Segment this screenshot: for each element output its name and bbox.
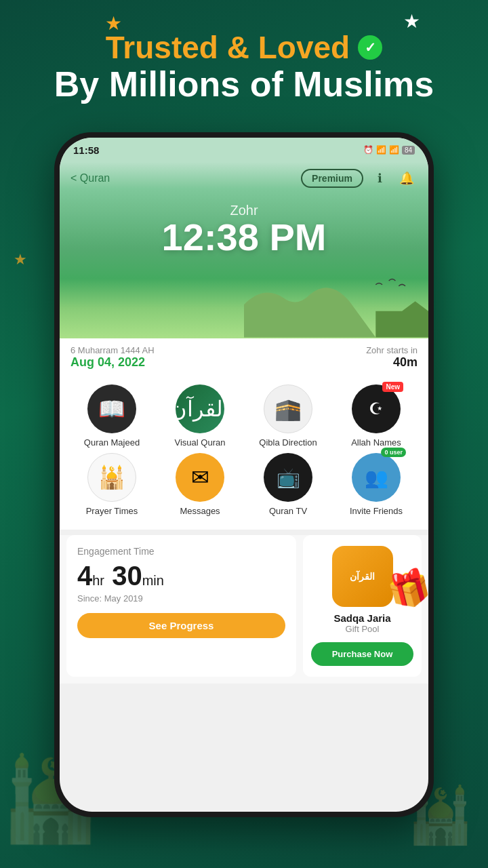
engagement-title: Engagement Time — [77, 546, 285, 557]
header-section: Trusted & Loved ✓ By Millions of Muslims — [0, 31, 488, 104]
status-time: 11:58 — [73, 144, 99, 156]
since-label: Since: May 2019 — [77, 593, 285, 604]
grid-item-quran-tv[interactable]: 📺 Quran TV — [249, 453, 327, 516]
millions-line: By Millions of Muslims — [0, 65, 488, 104]
info-icon: ℹ — [378, 171, 382, 186]
date-bar: 6 Muharram 1444 AH Aug 04, 2022 Zohr sta… — [60, 338, 428, 376]
allah-names-label: Allah Names — [351, 437, 401, 448]
phone-inner: 11:58 ⏰ 📶 📶 84 < Quran Premium ℹ 🔔 — [60, 138, 428, 812]
prayer-time: 12:38 PM — [70, 218, 418, 256]
sadqa-title: Sadqa Jaria — [333, 612, 390, 624]
invite-friends-icon: 👥 0 user — [352, 453, 401, 502]
zohr-countdown: 40m — [366, 355, 418, 370]
header-actions: Premium ℹ 🔔 — [301, 167, 418, 189]
hr-unit: hr — [92, 573, 104, 588]
signal-icon: 📶 — [389, 145, 399, 155]
info-button[interactable]: ℹ — [369, 167, 390, 189]
trusted-line: Trusted & Loved ✓ — [0, 31, 488, 65]
sadqa-subtitle: Gift Pool — [346, 624, 380, 634]
qibla-label: Qibla Direction — [259, 437, 317, 448]
quran-tv-label: Quran TV — [269, 506, 307, 516]
zohr-label: Zohr starts in — [366, 345, 418, 355]
visual-quran-icon: القرآن — [176, 384, 224, 433]
status-bar: 11:58 ⏰ 📶 📶 84 — [60, 138, 428, 162]
prayer-times-label: Prayer Times — [86, 506, 138, 516]
star-mid-icon: ★ — [14, 251, 27, 269]
visual-quran-label: Visual Quran — [175, 437, 226, 448]
quran-majeed-label: Quran Majeed — [84, 437, 140, 448]
back-navigation[interactable]: < Quran — [70, 172, 110, 184]
gregorian-date: Aug 04, 2022 — [70, 355, 155, 370]
hero-landscape — [60, 271, 428, 338]
user-badge: 0 user — [381, 448, 406, 457]
battery-icon: 84 — [402, 146, 415, 155]
grid-item-visual-quran[interactable]: القرآن Visual Quran — [161, 384, 239, 448]
phone-mockup: 11:58 ⏰ 📶 📶 84 < Quran Premium ℹ 🔔 — [54, 132, 434, 817]
wifi-icon: 📶 — [376, 145, 386, 155]
app-header: < Quran Premium ℹ 🔔 — [60, 162, 428, 189]
bell-button[interactable]: 🔔 — [396, 167, 418, 189]
minutes-value: 30 — [112, 561, 142, 591]
engagement-card: Engagement Time 4hr 30min Since: May 201… — [66, 535, 296, 677]
grid-item-invite-friends[interactable]: 👥 0 user Invite Friends — [338, 453, 415, 516]
star-right-icon: ★ — [403, 10, 420, 33]
sadqa-logo-text: القرآن — [350, 571, 375, 583]
status-icons: ⏰ 📶 📶 84 — [363, 145, 415, 155]
premium-button[interactable]: Premium — [301, 169, 363, 188]
engagement-section: Engagement Time 4hr 30min Since: May 201… — [60, 535, 428, 684]
purchase-now-button[interactable]: Purchase Now — [311, 642, 413, 666]
alarm-icon: ⏰ — [363, 145, 373, 155]
prayer-times-icon: 🕌 — [87, 453, 136, 502]
see-progress-button[interactable]: See Progress — [77, 613, 285, 638]
qibla-icon: 🕋 — [264, 384, 312, 433]
grid-item-qibla[interactable]: 🕋 Qibla Direction — [249, 384, 327, 448]
grid-item-quran-majeed[interactable]: 📖 Quran Majeed — [73, 384, 151, 448]
check-badge-icon: ✓ — [358, 35, 382, 60]
new-badge: New — [382, 382, 403, 392]
messages-icon: ✉ — [176, 453, 224, 502]
grid-item-messages[interactable]: ✉ Messages — [161, 453, 239, 516]
grid-row-2: 🕌 Prayer Times ✉ Messages 📺 Quran TV — [68, 453, 420, 516]
back-label[interactable]: < Quran — [70, 172, 110, 184]
messages-label: Messages — [180, 506, 220, 516]
quran-majeed-icon: 📖 — [87, 384, 136, 433]
invite-friends-label: Invite Friends — [350, 506, 403, 516]
allah-names-icon: ☪ New — [352, 384, 401, 433]
zohr-starts-section: Zohr starts in 40m — [366, 345, 418, 370]
engagement-time: 4hr 30min — [77, 562, 285, 589]
hero-section: Zohr 12:38 PM — [60, 189, 428, 338]
hijri-date: 6 Muharram 1444 AH — [70, 345, 155, 355]
grid-item-prayer-times[interactable]: 🕌 Prayer Times — [73, 453, 151, 516]
trusted-text: Trusted & Loved — [106, 31, 350, 65]
hours-value: 4 — [77, 561, 92, 591]
date-left: 6 Muharram 1444 AH Aug 04, 2022 — [70, 345, 155, 370]
icon-grid: 📖 Quran Majeed القرآن Visual Quran 🕋 Qib… — [60, 376, 428, 530]
bell-icon: 🔔 — [399, 171, 414, 186]
min-unit: min — [142, 573, 164, 588]
grid-row-1: 📖 Quran Majeed القرآن Visual Quran 🕋 Qib… — [68, 384, 420, 448]
quran-tv-icon: 📺 — [264, 453, 312, 502]
grid-item-allah-names[interactable]: ☪ New Allah Names — [338, 384, 415, 448]
